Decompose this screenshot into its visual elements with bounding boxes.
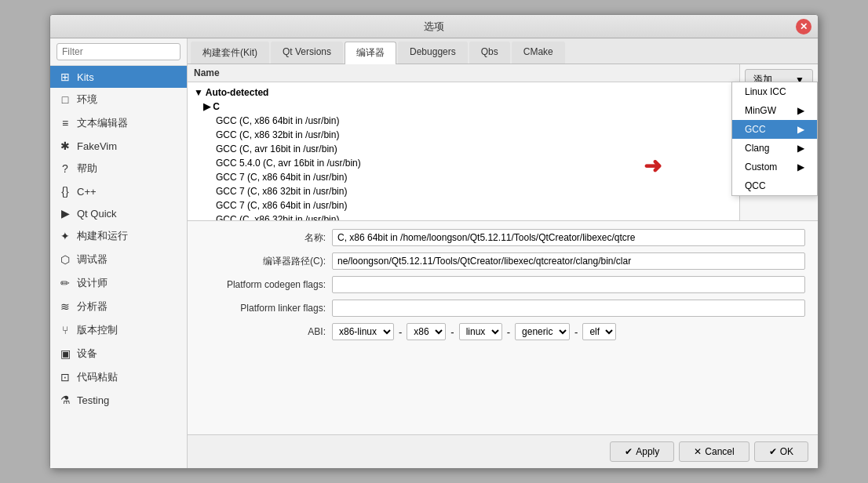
sidebar-icon-clipboard: ⊡	[58, 371, 72, 383]
tree-item[interactable]: GCC (C, x86 32bit in /usr/bin)	[188, 128, 739, 142]
sidebar-item-vcs[interactable]: ⑂版本控制	[50, 318, 187, 342]
ok-icon: ✔	[769, 446, 777, 457]
sidebar-items-list: ⊞Kits□环境≡文本编辑器✱FakeVim?帮助{}C++▶Qt Quick✦…	[50, 66, 187, 468]
linker-label: Platform linker flags:	[200, 303, 326, 314]
sidebar-item-fakevim[interactable]: ✱FakeVim	[50, 135, 187, 157]
sidebar: ⊞Kits□环境≡文本编辑器✱FakeVim?帮助{}C++▶Qt Quick✦…	[50, 38, 188, 468]
codegen-row: Platform codegen flags:	[200, 276, 805, 293]
sidebar-icon-vcs: ⑂	[58, 324, 72, 336]
abi-bits-select[interactable]: x86	[407, 323, 446, 340]
codegen-input[interactable]	[332, 276, 805, 293]
sidebar-item-help[interactable]: ?帮助	[50, 157, 187, 180]
compiler-path-label: 编译器路径(C):	[200, 255, 326, 268]
sidebar-label-clipboard: 代码粘贴	[77, 370, 118, 384]
tree-item[interactable]: GCC 7 (C, x86 64bit in /usr/bin)	[188, 198, 739, 212]
sidebar-filter-area	[50, 38, 187, 66]
dropdown-item-mingw[interactable]: MinGW▶	[732, 101, 817, 120]
dropdown-item-label-linux-icc: Linux ICC	[745, 86, 786, 97]
abi-format-select[interactable]: elf	[582, 323, 616, 340]
sidebar-item-clipboard[interactable]: ⊡代码粘贴	[50, 365, 187, 389]
ok-button[interactable]: ✔ OK	[754, 441, 808, 462]
name-column-header: Name	[194, 67, 220, 78]
tree-item[interactable]: GCC (C, x86 32bit in /usr/bin)	[188, 212, 739, 220]
sidebar-icon-env: □	[58, 93, 72, 106]
abi-sep3: -	[507, 326, 510, 338]
dropdown-item-label-clang: Clang	[745, 143, 769, 154]
tab-cmake[interactable]: CMake	[512, 42, 565, 64]
close-button[interactable]: ✕	[796, 19, 811, 34]
sidebar-item-testing[interactable]: ⚗Testing	[50, 389, 187, 411]
sidebar-item-qt-quick[interactable]: ▶Qt Quick	[50, 202, 187, 224]
cancel-button[interactable]: ✕ Cancel	[679, 441, 749, 462]
tab-compilers[interactable]: 编译器	[345, 42, 396, 64]
add-dropdown-menu: Linux ICCMinGW▶GCC▶Clang▶Custom▶QCC	[731, 82, 818, 196]
sidebar-item-env[interactable]: □环境	[50, 88, 187, 111]
compiler-path-input[interactable]	[332, 252, 805, 270]
submenu-arrow-mingw: ▶	[797, 105, 804, 116]
sidebar-icon-help: ?	[58, 162, 72, 175]
abi-label: ABI:	[200, 326, 326, 337]
filter-input[interactable]	[57, 43, 181, 60]
titlebar: 选项 ✕	[50, 15, 818, 38]
sidebar-icon-fakevim: ✱	[58, 140, 72, 152]
tab-debuggers[interactable]: Debuggers	[398, 42, 468, 64]
sidebar-label-qt-quick: Qt Quick	[77, 208, 117, 220]
cancel-label: Cancel	[705, 446, 734, 457]
compiler-tree: ▼ Auto-detected▶ CGCC (C, x86 64bit in /…	[188, 82, 739, 220]
tree-item[interactable]: GCC 7 (C, x86 64bit in /usr/bin)	[188, 170, 739, 184]
sidebar-item-build-run[interactable]: ✦构建和运行	[50, 224, 187, 248]
name-input[interactable]	[332, 229, 805, 246]
abi-os-select[interactable]: linux	[459, 323, 502, 340]
sidebar-label-env: 环境	[77, 93, 97, 107]
dropdown-item-qcc[interactable]: QCC	[732, 176, 817, 195]
sidebar-icon-devices: ▣	[58, 347, 72, 360]
dropdown-item-gcc[interactable]: GCC▶	[732, 120, 817, 139]
sidebar-item-cpp[interactable]: {}C++	[50, 180, 187, 202]
submenu-arrow-gcc: ▶	[797, 124, 804, 135]
codegen-label: Platform codegen flags:	[200, 279, 326, 290]
apply-label: Apply	[636, 446, 659, 457]
dropdown-item-label-gcc: GCC	[745, 124, 766, 135]
submenu-arrow-custom: ▶	[797, 162, 804, 172]
dropdown-item-custom[interactable]: Custom▶	[732, 158, 817, 176]
abi-selects: x86-linux - x86 - linux -	[332, 323, 616, 340]
tab-qt-versions[interactable]: Qt Versions	[271, 42, 343, 64]
sidebar-label-cpp: C++	[77, 186, 97, 198]
sidebar-icon-designer: ✏	[58, 277, 72, 289]
tree-item[interactable]: GCC 5.4.0 (C, avr 16bit in /usr/bin)	[188, 156, 739, 170]
abi-row: ABI: x86-linux - x86 - linux	[200, 323, 805, 340]
tree-item[interactable]: GCC 7 (C, x86 32bit in /usr/bin)	[188, 184, 739, 198]
sidebar-item-kits[interactable]: ⊞Kits	[50, 66, 187, 88]
abi-arch-select[interactable]: x86-linux	[332, 323, 394, 340]
sidebar-icon-debugger: ⬡	[58, 253, 72, 266]
sidebar-item-analyzer[interactable]: ≋分析器	[50, 295, 187, 318]
tab-kits[interactable]: 构建套件(Kit)	[191, 42, 269, 64]
tree-item[interactable]: ▼ Auto-detected	[188, 85, 739, 100]
dropdown-item-linux-icc[interactable]: Linux ICC	[732, 82, 817, 101]
abi-env-select[interactable]: generic	[515, 323, 570, 340]
sidebar-icon-analyzer: ≋	[58, 300, 72, 313]
sidebar-item-designer[interactable]: ✏设计师	[50, 271, 187, 295]
sidebar-item-text-editor[interactable]: ≡文本编辑器	[50, 111, 187, 135]
sidebar-icon-cpp: {}	[58, 185, 72, 198]
tree-item[interactable]: ▶ C	[188, 100, 739, 114]
apply-button[interactable]: ✔ Apply	[610, 441, 674, 462]
tab-qbs[interactable]: Qbs	[469, 42, 510, 64]
sidebar-item-debugger[interactable]: ⬡调试器	[50, 248, 187, 271]
tabs-bar: 构建套件(Kit)Qt Versions编译器DebuggersQbsCMake	[188, 38, 818, 64]
sidebar-label-testing: Testing	[77, 394, 109, 406]
apply-icon: ✔	[625, 446, 633, 457]
linker-input[interactable]	[332, 300, 805, 317]
sidebar-label-designer: 设计师	[77, 276, 108, 290]
tree-item[interactable]: GCC (C, avr 16bit in /usr/bin)	[188, 142, 739, 156]
tree-item[interactable]: GCC (C, x86 64bit in /usr/bin)	[188, 114, 739, 128]
submenu-arrow-clang: ▶	[797, 143, 804, 154]
sidebar-item-devices[interactable]: ▣设备	[50, 342, 187, 365]
sidebar-label-analyzer: 分析器	[77, 300, 108, 314]
sidebar-icon-build-run: ✦	[58, 230, 72, 242]
main-area: 构建套件(Kit)Qt Versions编译器DebuggersQbsCMake…	[188, 38, 818, 468]
options-dialog: 选项 ✕ ⊞Kits□环境≡文本编辑器✱FakeVim?帮助{}C++▶Qt Q…	[49, 14, 819, 469]
linker-row: Platform linker flags:	[200, 300, 805, 317]
dropdown-item-clang[interactable]: Clang▶	[732, 139, 817, 158]
sidebar-icon-text-editor: ≡	[58, 117, 72, 129]
